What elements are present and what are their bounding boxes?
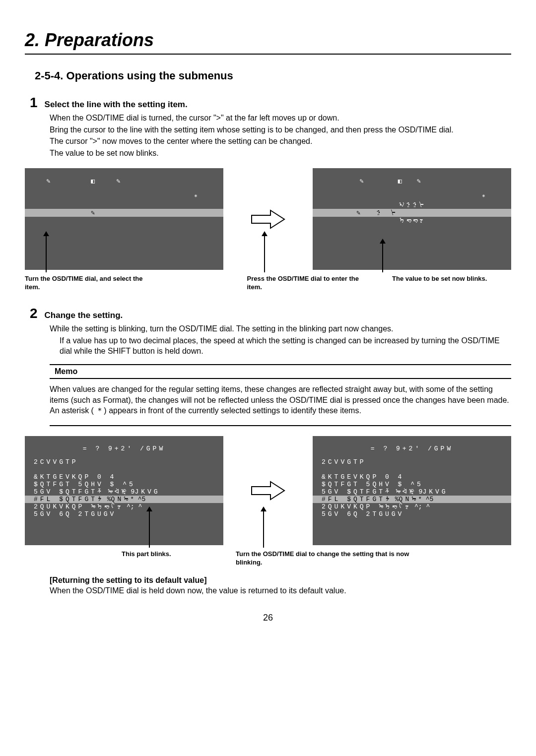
osd-menu-left: = ? 9+2' /GPW 2CVVGTP &KTGEVKQP 0 4 $QTF… xyxy=(25,436,223,545)
row-position: 2QUKVKQP ᠣᠡᡊᡗᡓ ^; ^ xyxy=(34,503,214,510)
row-direction: &KTGEVKQP 0 4 xyxy=(34,473,214,481)
chapter-title: 2. Preparations xyxy=(25,30,511,55)
step-1-title: Select the line with the setting item. xyxy=(45,100,188,110)
returning-block: [Returning the setting to its default va… xyxy=(50,576,511,595)
figure-1: ✎ ◧ ✎ ＊ ✎ ✎ ◧ ✎ ＊ ᠠᢢᢢᢣ ✎ ᢢ ᢣ ᠡᡊᡊᡓ xyxy=(25,168,511,270)
row-set-preset: 5GV 6Q 2TGUGV xyxy=(34,510,214,518)
page-number: 26 xyxy=(25,613,511,623)
step-1-p2: Bring the cursor to the line with the se… xyxy=(50,125,511,135)
row-set-border: 5GV $QTFGTᡯ ᠤᢱᡇ 9JKVG xyxy=(322,488,502,496)
row-border-soft: $QTFGT 5QHV $ ^5 xyxy=(322,481,502,488)
step-2-number: 2 xyxy=(30,306,38,321)
menu-title: = ? 9+2' /GPW xyxy=(34,445,214,452)
arrow-up-icon xyxy=(263,510,264,548)
row-pattern: 2CVVGTP xyxy=(322,458,502,466)
memo-p2: An asterisk ( ＊) appears in front of the… xyxy=(50,405,511,416)
memo-p1: When values are changed for the regular … xyxy=(50,384,511,405)
osd-menu-right: = ? 9+2' /GPW 2CVVGTP &KTGEVKQP 0 4 $QTF… xyxy=(313,436,511,545)
osd-screen-right: ✎ ◧ ✎ ＊ ᠠᢢᢢᢣ ✎ ᢢ ᢣ ᠡᡊᡊᡓ xyxy=(313,168,511,270)
arrow-up-icon xyxy=(46,235,47,272)
caption-left: Turn the OSD/TIME dial, and select the i… xyxy=(25,275,144,292)
caption-2-right: Turn the OSD/TIME dial to change the set… xyxy=(236,550,434,567)
row-border-soft: $QTFGT 5QHV $ ^5 xyxy=(34,481,214,488)
step-1: 1 Select the line with the setting item.… xyxy=(30,95,511,158)
section-title: 2-5-4. Operations using the submenus xyxy=(35,69,511,82)
memo-title: Memo xyxy=(55,367,511,376)
row-position: 2QUKVKQP ᠣᠡᡊᡗᡓ ^; ^ xyxy=(322,503,502,510)
memo-divider-top: Memo xyxy=(50,364,511,379)
arrow-up-icon xyxy=(382,243,383,272)
figure-2-captions: This part blinks. Turn the OSD/TIME dial… xyxy=(25,550,511,567)
step-1-p1: When the OSD/TIME dial is turned, the cu… xyxy=(50,113,511,124)
step-1-number: 1 xyxy=(30,95,38,111)
arrow-right-icon xyxy=(251,481,285,501)
row-direction: &KTGEVKQP 0 4 xyxy=(322,473,502,481)
step-2: 2 Change the setting. While the setting … xyxy=(30,306,511,357)
row-set-border: 5GV $QTFGTᡯ ᠤᢱᡇ 9JKVG xyxy=(34,488,214,496)
row-pattern: 2CVVGTP xyxy=(34,458,214,466)
row-fl-border: #FL $QTFGTᡱ %QNᠣ* ^5 xyxy=(313,496,511,503)
row-fl-border: #FL $QTFGTᡱ %QNᠣ* ^5 xyxy=(25,496,223,503)
returning-body: When the OSD/TIME dial is held down now,… xyxy=(50,586,511,595)
arrow-up-icon xyxy=(149,510,150,548)
returning-title: [Returning the setting to its default va… xyxy=(50,576,511,585)
figure-2: = ? 9+2' /GPW 2CVVGTP &KTGEVKQP 0 4 $QTF… xyxy=(25,436,511,545)
memo-body: When values are changed for the regular … xyxy=(50,384,511,416)
figure-1-captions: Turn the OSD/TIME dial, and select the i… xyxy=(25,275,511,292)
step-1-p4: The value to be set now blinks. xyxy=(50,148,511,159)
osd-screen-left: ✎ ◧ ✎ ＊ ✎ xyxy=(25,168,223,270)
menu-title: = ? 9+2' /GPW xyxy=(322,445,502,452)
step-2-p1: While the setting is blinking, turn the … xyxy=(50,323,511,334)
memo-divider-bottom xyxy=(50,425,511,426)
step-2-p2: If a value has up to two decimal places,… xyxy=(60,335,511,357)
arrow-right-icon xyxy=(251,209,285,229)
caption-right: The value to be set now blinks. xyxy=(392,275,511,292)
caption-middle: Press the OSD/TIME dial to enter the ite… xyxy=(247,275,366,292)
step-2-title: Change the setting. xyxy=(45,311,123,320)
arrow-up-icon xyxy=(264,235,265,272)
step-1-p3: The cursor ">" now moves to the center w… xyxy=(50,136,511,147)
row-set-preset: 5GV 6Q 2TGUGV xyxy=(322,510,502,518)
caption-2-left: This part blinks. xyxy=(122,550,231,567)
